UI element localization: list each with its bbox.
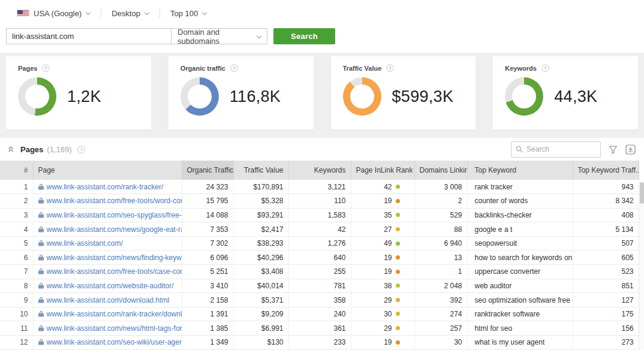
download-icon	[625, 144, 636, 155]
search-icon	[516, 146, 523, 153]
traffic-value-cell: $38,293	[233, 236, 288, 251]
table-search-input[interactable]	[526, 145, 592, 153]
scrollbar-thumb[interactable]	[640, 182, 644, 204]
page-url-link[interactable]: www.link-assistant.com/free-tools/case-c…	[47, 267, 182, 276]
export-button[interactable]	[625, 144, 636, 155]
top-keyword-traffic-cell: 943	[573, 180, 639, 194]
keywords-cell: 255	[288, 265, 351, 279]
top-keyword-traffic-cell: 408	[573, 208, 639, 222]
funnel-icon	[609, 145, 618, 154]
region-selector[interactable]: USA (Google)	[17, 9, 91, 18]
scope-select[interactable]: Domain and subdomains	[171, 28, 267, 44]
page-url-link[interactable]: www.link-assistant.com/news/finding-keyw…	[47, 254, 182, 262]
lock-icon	[38, 339, 44, 345]
help-icon[interactable]: ?	[230, 64, 238, 72]
traffic-value-donut-chart	[343, 77, 381, 116]
chevron-down-icon	[86, 10, 91, 14]
page-url-link[interactable]: www.link-assistant.com/website-auditor/	[47, 282, 174, 290]
column-header-page[interactable]: Page	[33, 161, 182, 180]
lock-icon	[38, 240, 44, 246]
table-row: 11www.link-assistant.com/news/html-tags-…	[0, 321, 639, 336]
device-selector[interactable]: Desktop	[112, 9, 149, 18]
page-url-link[interactable]: www.link-assistant.com/rank-tracker/down…	[47, 310, 182, 318]
domains-linking-cell: 2 048	[414, 279, 467, 293]
card-traffic-value-label: Traffic Value	[343, 65, 382, 72]
card-pages: Pages ? 1,2K	[6, 56, 151, 129]
rank-score-dot	[396, 326, 400, 330]
column-header-domains-linking-t[interactable]: Domains Linking t...	[414, 161, 467, 180]
top-settings-bar: USA (Google) Desktop Top 100	[0, 0, 644, 26]
keywords-cell: 358	[288, 293, 351, 307]
rank-score-dot	[396, 298, 400, 302]
page-url-link[interactable]: www.link-assistant.com/news/html-tags-fo…	[47, 324, 182, 333]
top-keyword-cell: ranktracker software	[467, 307, 573, 321]
table-row: 1www.link-assistant.com/rank-tracker/24 …	[0, 180, 639, 194]
organic-traffic-cell: 15 795	[182, 194, 233, 209]
row-number: 7	[0, 265, 33, 279]
organic-traffic-cell: 24 323	[182, 180, 233, 194]
row-number: 11	[0, 321, 33, 336]
domains-linking-cell: 13	[414, 251, 467, 265]
column-header-[interactable]: #	[0, 161, 33, 180]
column-header-keywords[interactable]: Keywords	[288, 161, 351, 180]
card-keywords: Keywords ? 44,3K	[493, 56, 638, 129]
inlink-rank-cell: 29	[351, 321, 414, 336]
domains-linking-cell: 2	[414, 194, 467, 209]
page-url-link[interactable]: www.link-assistant.com/news/google-eat-r…	[47, 225, 182, 234]
table-row: 6www.link-assistant.com/news/finding-key…	[0, 251, 639, 265]
page-url-link[interactable]: www.link-assistant.com/seo-spyglass/free…	[47, 211, 182, 219]
table-scrollbar[interactable]	[639, 180, 644, 350]
page-cell: www.link-assistant.com/news/google-eat-r…	[33, 222, 182, 237]
section-title: Pages	[20, 145, 43, 154]
column-header-traffic-value[interactable]: Traffic Value	[233, 161, 288, 180]
help-icon[interactable]: ?	[386, 64, 394, 72]
column-header-page-inlink-rank[interactable]: Page InLink Rank	[351, 161, 414, 180]
help-icon[interactable]: ?	[42, 64, 50, 72]
keywords-cell: 42	[288, 222, 351, 237]
traffic-value-cell: $5,328	[233, 194, 288, 209]
top-keyword-cell: uppercase converter	[467, 265, 573, 279]
lock-icon	[38, 325, 44, 331]
page-url-link[interactable]: www.link-assistant.com/	[47, 239, 123, 248]
page-url-link[interactable]: www.link-assistant.com/seo-wiki/user-age…	[47, 338, 182, 346]
organic-traffic-cell: 7 353	[182, 222, 233, 237]
top-keyword-traffic-cell: 507	[573, 236, 639, 251]
lock-icon	[38, 212, 44, 218]
page-cell: www.link-assistant.com/free-tools/case-c…	[33, 265, 182, 279]
page-cell: www.link-assistant.com/	[33, 236, 182, 251]
top-keyword-cell: how to search for keywords on a webp...	[467, 251, 573, 265]
page-url-link[interactable]: www.link-assistant.com/rank-tracker/	[47, 183, 164, 191]
column-header-top-keyword[interactable]: Top Keyword	[467, 161, 573, 180]
chevron-down-icon	[145, 10, 149, 14]
organic-traffic-value: 116,8K	[230, 88, 281, 106]
top-keyword-traffic-cell: 156	[573, 321, 639, 336]
domains-linking-cell: 30	[414, 336, 467, 350]
inlink-rank-cell: 30	[351, 307, 414, 321]
rank-score-dot	[396, 213, 400, 217]
help-icon[interactable]: ?	[541, 64, 549, 72]
table-row: 9www.link-assistant.com/download.html2 1…	[0, 293, 639, 307]
page-cell: www.link-assistant.com/download.html	[33, 293, 182, 307]
top-keyword-cell: counter of words	[467, 194, 573, 209]
svg-text:?: ?	[233, 65, 236, 71]
lock-icon	[38, 310, 44, 317]
app-root: USA (Google) Desktop Top 100 Domain and …	[0, 0, 644, 350]
keywords-cell: 781	[288, 279, 351, 293]
page-cell: www.link-assistant.com/website-auditor/	[33, 279, 182, 293]
depth-selector[interactable]: Top 100	[170, 9, 207, 18]
organic-traffic-cell: 3 410	[182, 279, 233, 293]
search-button[interactable]: Search	[273, 28, 335, 44]
column-header-top-keyword-traff[interactable]: Top Keyword Traff...	[573, 161, 639, 180]
help-icon[interactable]: ?	[77, 146, 85, 153]
page-cell: www.link-assistant.com/seo-spyglass/free…	[33, 208, 182, 222]
column-header-organic-traffic[interactable]: Organic Traffic	[182, 161, 233, 180]
table-search-box	[511, 141, 601, 158]
page-url-link[interactable]: www.link-assistant.com/download.html	[47, 296, 170, 304]
domain-input[interactable]	[6, 28, 171, 44]
filter-button[interactable]	[609, 145, 618, 154]
rank-score-dot	[396, 199, 400, 203]
lock-icon	[38, 282, 44, 289]
top-keyword-cell: web auditor	[467, 279, 573, 293]
collapse-section-button[interactable]	[7, 146, 14, 153]
page-url-link[interactable]: www.link-assistant.com/free-tools/word-c…	[47, 197, 182, 205]
